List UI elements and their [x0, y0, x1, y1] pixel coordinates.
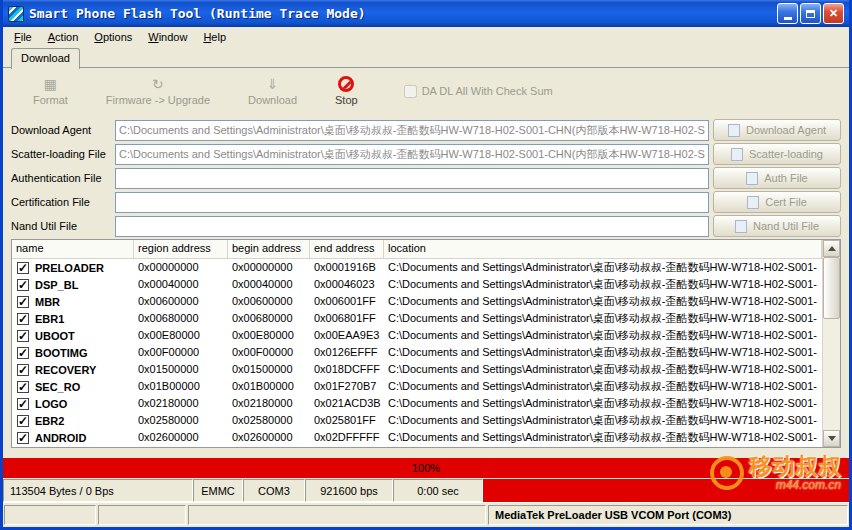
menu-file[interactable]: File [7, 29, 39, 45]
location: C:\Documents and Settings\Administrator\… [384, 310, 822, 327]
auth-file-browse-button[interactable]: Auth File [713, 167, 841, 189]
row-checkbox[interactable] [17, 381, 29, 393]
stop-button[interactable]: Stop [335, 76, 358, 106]
nand-util-browse-button[interactable]: Nand Util File [713, 215, 841, 237]
table-row[interactable]: LOGO 0x02180000 0x02180000 0x021ACD3B C:… [12, 395, 822, 412]
partition-name: EBR2 [35, 413, 64, 429]
column-header-region[interactable]: region address [134, 240, 228, 258]
scatter-loading-row: Scatter-loading File Scatter-loading [11, 143, 841, 165]
tab-download[interactable]: Download [11, 48, 80, 69]
auth-file-browse-label: Auth File [764, 172, 807, 184]
com-port: COM3 [243, 479, 305, 502]
partition-name: RECOVERY [35, 362, 96, 378]
authentication-file-input[interactable] [115, 168, 709, 189]
file-icon [735, 220, 747, 233]
download-icon: ⇓ [267, 76, 279, 92]
scatter-loading-input[interactable] [115, 144, 709, 165]
partition-table: name region address begin address end ad… [11, 239, 841, 448]
column-header-location[interactable]: location [384, 240, 822, 258]
format-button[interactable]: ▦ Format [33, 76, 68, 106]
table-row[interactable]: MBR 0x00600000 0x00600000 0x006001FF C:\… [12, 293, 822, 310]
end-address: 0x01F270B7 [310, 378, 384, 395]
table-row[interactable]: UBOOT 0x00E80000 0x00E80000 0x00EAA9E3 C… [12, 327, 822, 344]
file-icon [728, 124, 740, 137]
begin-address: 0x00040000 [228, 276, 310, 293]
begin-address: 0x00F00000 [228, 344, 310, 361]
elapsed-time: 0:00 sec [393, 479, 483, 502]
cert-file-browse-button[interactable]: Cert File [713, 191, 841, 213]
window-controls: ✕ [777, 3, 844, 24]
end-address: 0x021ACD3B [310, 395, 384, 412]
menu-window[interactable]: Window [141, 29, 194, 45]
row-checkbox[interactable] [17, 262, 29, 274]
table-row[interactable]: ANDROID 0x02600000 0x02600000 0x02DFFFFF… [12, 429, 822, 446]
status-row: 113504 Bytes / 0 Bps EMMC COM3 921600 bp… [3, 479, 849, 502]
table-row[interactable]: RECOVERY 0x01500000 0x01500000 0x018DCFF… [12, 361, 822, 378]
location: C:\Documents and Settings\Administrator\… [384, 293, 822, 310]
partition-name: UBOOT [35, 328, 75, 344]
download-agent-browse-button[interactable]: Download Agent [713, 119, 841, 141]
scroll-down-button[interactable] [823, 430, 840, 447]
menu-bar: File Action Options Window Help [3, 27, 849, 47]
table-row[interactable]: BOOTIMG 0x00F00000 0x00F00000 0x0126EFFF… [12, 344, 822, 361]
row-checkbox[interactable] [17, 415, 29, 427]
row-checkbox[interactable] [17, 279, 29, 291]
end-address: 0x00046023 [310, 276, 384, 293]
da-dl-checksum-label: DA DL All With Check Sum [422, 85, 553, 97]
begin-address: 0x01500000 [228, 361, 310, 378]
certification-file-input[interactable] [115, 192, 709, 213]
row-checkbox[interactable] [17, 398, 29, 410]
vertical-scrollbar[interactable] [822, 240, 840, 447]
progress-percent: 100% [412, 462, 440, 474]
region-address: 0x01500000 [134, 361, 228, 378]
end-address: 0x025801FF [310, 412, 384, 429]
minimize-button[interactable] [777, 3, 798, 24]
authentication-file-label: Authentication File [11, 172, 115, 184]
maximize-icon [806, 10, 815, 18]
firmware-upgrade-button[interactable]: ↻ Firmware -> Upgrade [106, 76, 210, 106]
nand-util-file-input[interactable] [115, 216, 709, 237]
column-header-name[interactable]: name [12, 240, 134, 258]
nand-util-browse-label: Nand Util File [753, 220, 819, 232]
row-checkbox[interactable] [17, 313, 29, 325]
storage-type: EMMC [193, 479, 243, 502]
scrollbar-thumb[interactable] [823, 257, 840, 319]
status-cell-3 [188, 505, 486, 525]
region-address: 0x00680000 [134, 310, 228, 327]
row-checkbox[interactable] [17, 432, 29, 444]
menu-help[interactable]: Help [196, 29, 233, 45]
table-row[interactable]: EBR2 0x02580000 0x02580000 0x025801FF C:… [12, 412, 822, 429]
progress-fill-right [483, 479, 849, 502]
begin-address: 0x00000000 [228, 259, 310, 276]
partition-name: EBR1 [35, 311, 64, 327]
transfer-stats: 113504 Bytes / 0 Bps [3, 479, 193, 502]
location: C:\Documents and Settings\Administrator\… [384, 259, 822, 276]
table-row[interactable]: PRELOADER 0x00000000 0x00000000 0x000191… [12, 259, 822, 276]
table-row[interactable]: SEC_RO 0x01B00000 0x01B00000 0x01F270B7 … [12, 378, 822, 395]
menu-options[interactable]: Options [87, 29, 139, 45]
table-row[interactable]: EBR1 0x00680000 0x00680000 0x006801FF C:… [12, 310, 822, 327]
maximize-button[interactable] [800, 3, 821, 24]
end-address: 0x00EAA9E3 [310, 327, 384, 344]
row-checkbox[interactable] [17, 296, 29, 308]
app-icon [8, 6, 24, 22]
column-header-begin[interactable]: begin address [228, 240, 310, 258]
menu-action[interactable]: Action [41, 29, 86, 45]
row-checkbox[interactable] [17, 347, 29, 359]
nand-util-file-label: Nand Util File [11, 220, 115, 232]
scatter-loading-browse-button[interactable]: Scatter-loading [713, 143, 841, 165]
download-button[interactable]: ⇓ Download [248, 76, 297, 106]
da-dl-checksum-checkbox[interactable] [404, 85, 417, 98]
close-button[interactable]: ✕ [823, 3, 844, 24]
location: C:\Documents and Settings\Administrator\… [384, 395, 822, 412]
begin-address: 0x01B00000 [228, 378, 310, 395]
end-address: 0x006801FF [310, 310, 384, 327]
download-agent-input[interactable] [115, 120, 709, 141]
end-address: 0x006001FF [310, 293, 384, 310]
scroll-up-button[interactable] [823, 240, 840, 257]
row-checkbox[interactable] [17, 364, 29, 376]
row-checkbox[interactable] [17, 330, 29, 342]
table-row[interactable]: DSP_BL 0x00040000 0x00040000 0x00046023 … [12, 276, 822, 293]
column-header-end[interactable]: end address [310, 240, 384, 258]
download-agent-label: Download Agent [11, 124, 115, 136]
